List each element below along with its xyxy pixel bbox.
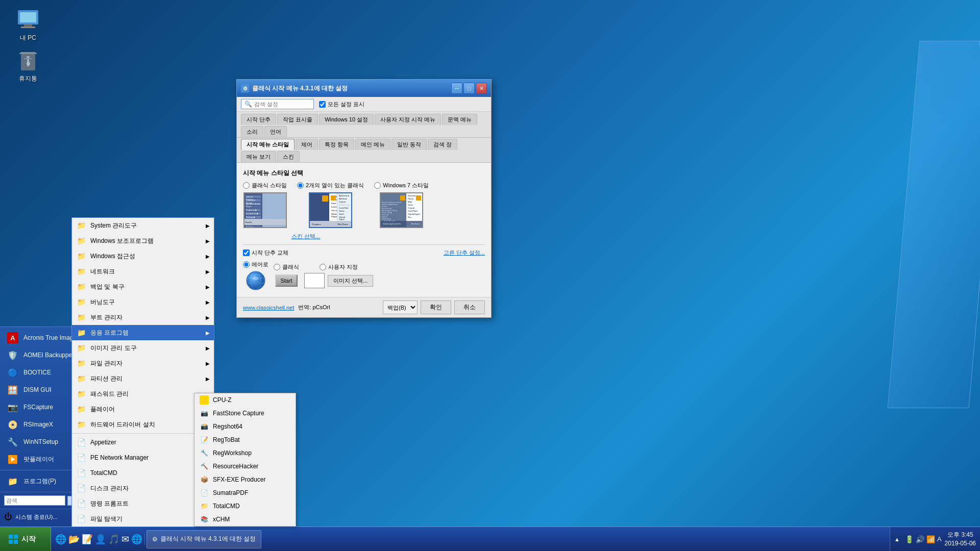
menu-item-cmd[interactable]: 📄 명령 프롬프트 [72, 496, 214, 511]
high-shortcut-link[interactable]: 고른 단추 설정... [444, 249, 485, 257]
menu-item-burn[interactable]: 📁 버닝도구 ▶ [72, 294, 214, 310]
menu-item-win-acc[interactable]: 📁 Windows 보조프로그램 ▶ [72, 233, 214, 248]
folder-icon-5: 📁 [76, 282, 86, 292]
tab-context-menu[interactable]: 문맥 메뉴 [442, 114, 477, 125]
aero-radio[interactable] [243, 261, 250, 268]
win7-radio[interactable] [374, 182, 381, 189]
pe-network-icon: 📄 [76, 453, 86, 463]
network2-icon[interactable]: 🌐 [131, 534, 142, 545]
tab-taskbar[interactable]: 작업 표시줄 [277, 114, 318, 125]
ok-button[interactable]: 확인 [421, 300, 451, 314]
submenu-regtodat[interactable]: 📝 RegToBat [194, 433, 296, 446]
submenu-cpuz[interactable]: ⚡ CPU-Z [194, 393, 296, 407]
menu-item-filemgr[interactable]: 📁 파일 관리자 ▶ [72, 356, 214, 371]
recycle-label: 휴지통 [19, 74, 37, 83]
menu-item-boot[interactable]: 📁 부트 관리자 ▶ [72, 310, 214, 325]
taskbar-classic-shell[interactable]: ⚙ 클래식 시작 메뉴 4.3.1에 대한 설정 [146, 530, 261, 548]
tray-network-icon[interactable]: 📶 [926, 535, 935, 543]
submenu-totalcmd[interactable]: 📁 TotalCMD [194, 499, 296, 513]
user-icon[interactable]: 👤 [95, 534, 106, 545]
desktop-icon-mypc[interactable]: 내 PC [8, 5, 48, 44]
image-select-button[interactable]: 이미지 선택... [328, 275, 373, 287]
tab-general[interactable]: 일반 동작 [391, 139, 427, 150]
menu-item-image[interactable]: 📁 이미지 관리 도구 ▶ [72, 340, 214, 356]
sumatrapdf-label: SumatraPDF [213, 489, 248, 496]
close-button[interactable]: ✕ [476, 83, 487, 94]
menu-item-apps[interactable]: 📁 응용 프로그램 ▶ [72, 325, 214, 340]
system-clock[interactable]: 오후 3:45 2019-05-06 [945, 531, 976, 548]
tab-win10[interactable]: Windows 10 설정 [319, 114, 374, 125]
menu-item-player[interactable]: 📁 플레이어 ▶ [72, 402, 214, 417]
tab-custom-start[interactable]: 사용자 지정 시작 메뉴 [375, 114, 441, 125]
menu-item-diskmgr[interactable]: 📄 디스크 관리자 [72, 481, 214, 496]
arrow-icon-5: ▶ [206, 284, 210, 290]
tab-skin[interactable]: 스킨 [277, 151, 300, 162]
menu-label-3: Windows 접근성 [90, 252, 135, 261]
tray-volume-icon[interactable]: 🔊 [916, 535, 924, 543]
submenu-xchm[interactable]: 📚 xCHM [194, 513, 296, 526]
submenu-regshot[interactable]: 📸 Regshot64 [194, 420, 296, 433]
tray-input-icon[interactable]: A [937, 535, 942, 543]
menu-item-password[interactable]: 📁 패스워드 관리 ▶ [72, 386, 214, 402]
tab-control[interactable]: 제어 [296, 139, 318, 150]
start-button[interactable]: 시작 [0, 527, 51, 552]
show-all-checkbox[interactable] [319, 101, 326, 108]
menu-item-partition[interactable]: 📁 파티션 관리 ▶ [72, 371, 214, 386]
tab-lang[interactable]: 언어 [264, 126, 287, 137]
menu-item-win-access[interactable]: 📁 Windows 접근성 ▶ [72, 248, 214, 264]
tab-search[interactable]: 검색 장 [428, 139, 457, 150]
submenu-reshacker[interactable]: 🔨 ResourceHacker [194, 460, 296, 473]
menu-item-system[interactable]: 📁 System 관리도구 ▶ [72, 218, 214, 233]
backup-select[interactable]: 백업(B) 복원(R) 기본값 [383, 300, 418, 314]
skin-selection-link[interactable]: 스킨 선택... [291, 233, 320, 239]
twocol-radio[interactable] [297, 182, 304, 189]
arrow-icon-9: ▶ [206, 345, 210, 351]
style-option-classic[interactable]: 클래식 스타일 Internet Explorer Command Prompt… [243, 182, 287, 228]
classic-radio[interactable] [243, 182, 250, 189]
menu-item-appetizer[interactable]: 📄 Appetizer [72, 435, 214, 450]
tab-start-menu-style[interactable]: 시작 메뉴 스타일 [241, 139, 295, 150]
menu-label-pe: PE Network Manager [90, 454, 149, 461]
mail-icon[interactable]: ✉ [121, 534, 129, 545]
arrow-icon-4: ▶ [206, 269, 210, 274]
style-option-two-col[interactable]: 2개의 열이 있는 클래식 Notepad [297, 182, 364, 228]
custom-radio-btn[interactable] [320, 264, 326, 270]
notepad-icon[interactable]: 📝 [82, 534, 93, 545]
arrow-icon-7: ▶ [206, 315, 210, 320]
menu-item-network[interactable]: 📁 네트워크 ▶ [72, 264, 214, 279]
menu-item-hwdriver[interactable]: 📁 하드웨어 드라이버 설치 ▶ [72, 417, 214, 432]
tab-special-items[interactable]: 특정 항목 [319, 139, 354, 150]
menu-item-pe-network[interactable]: 📄 PE Network Manager [72, 450, 214, 465]
dialog-tabs-row2: 시작 메뉴 스타일 제어 특정 항목 메인 메뉴 일반 동작 검색 장 메뉴 보… [237, 138, 491, 163]
folder-icon-9: 📁 [76, 343, 86, 353]
show-hidden-btn[interactable]: ▲ [894, 536, 900, 542]
desktop-icon-recycle[interactable]: ♻ 휴지통 [8, 46, 48, 85]
submenu-regworkshop[interactable]: 🔧 RegWorkshop [194, 446, 296, 460]
classic-style-label: 클래식 스타일 [252, 182, 287, 189]
settings-search-input[interactable] [254, 101, 310, 107]
website-link[interactable]: www.classicshell.net [243, 305, 294, 311]
minimize-button[interactable]: ─ [451, 83, 462, 94]
media-icon[interactable]: 🎵 [108, 534, 119, 545]
submenu-faststone[interactable]: 📷 FastStone Capture [194, 407, 296, 420]
folder-open-icon[interactable]: 📂 [68, 534, 80, 545]
submenu-sfx[interactable]: 📦 SFX-EXE Producer [194, 473, 296, 486]
maximize-button[interactable]: □ [463, 83, 475, 94]
tab-sound[interactable]: 소리 [241, 126, 263, 137]
menu-item-backup[interactable]: 📁 백업 및 복구 ▶ [72, 279, 214, 294]
submenu-sumatrapdf[interactable]: 📄 SumatraPDF [194, 486, 296, 499]
menu-item-totalcmd[interactable]: 📄 TotalCMD [72, 465, 214, 481]
twocol-style-label: 2개의 열이 있는 클래식 [306, 182, 364, 189]
ie-icon[interactable]: 🌐 [55, 534, 66, 545]
start-search-input[interactable] [4, 495, 65, 506]
classic-radio-btn[interactable] [274, 264, 280, 270]
win7-preview: Remote Desktop Connection Windows Media … [380, 192, 423, 228]
replace-start-btn-checkbox[interactable] [243, 249, 250, 256]
menu-item-filebrowser[interactable]: 📄 파일 탐색기 [72, 511, 214, 527]
tab-start-button[interactable]: 시작 단추 [241, 114, 276, 125]
style-option-win7[interactable]: Windows 7 스타일 Remote Desktop Connection … [374, 182, 429, 228]
tab-menu-look[interactable]: 메뉴 보기 [241, 151, 276, 162]
cancel-button[interactable]: 취소 [454, 300, 485, 314]
tray-battery-icon[interactable]: 🔋 [905, 535, 914, 543]
tab-main-menu[interactable]: 메인 메뉴 [355, 139, 390, 150]
